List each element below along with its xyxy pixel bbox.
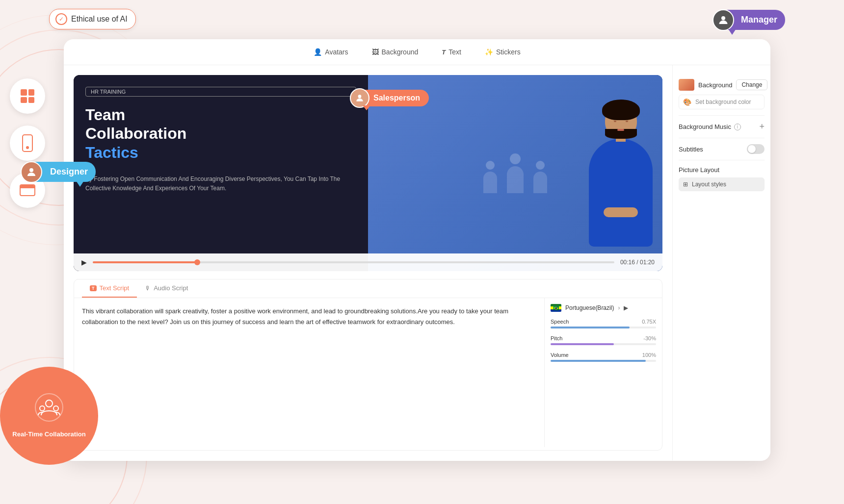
- info-icon: i: [734, 124, 741, 130]
- layout-styles-button[interactable]: ⊞ Layout styles: [679, 177, 765, 191]
- avatars-icon: 👤: [314, 48, 322, 56]
- nav-stickers[interactable]: ✨ Stickers: [481, 46, 525, 58]
- svg-point-1: [29, 168, 33, 172]
- volume-control: Volume 100%: [551, 352, 656, 362]
- progress-thumb: [194, 259, 200, 265]
- script-tabs: T Text Script 🎙 Audio Script: [74, 279, 662, 298]
- set-bg-color-label: Set background color: [695, 99, 751, 105]
- subtitles-label: Subtitles: [679, 146, 703, 153]
- salesperson-label: Salesperson: [353, 90, 429, 106]
- avatar-person: [589, 103, 653, 247]
- mobile-icon: [22, 134, 33, 152]
- bg-music-label: Background Music i: [679, 123, 741, 130]
- manager-bubble: Manager: [716, 10, 785, 30]
- svg-point-4: [40, 406, 45, 411]
- language-selector[interactable]: 🇧🇷 Portuguese(Brazil) › ▶: [551, 304, 656, 312]
- nav-text[interactable]: T Text: [438, 46, 465, 58]
- audio-script-icon: 🎙: [145, 285, 151, 292]
- toggle-thumb: [748, 145, 756, 153]
- salesperson-arrow: [363, 105, 370, 110]
- pitch-slider[interactable]: [551, 343, 656, 345]
- bg-thumbnail: [679, 79, 694, 91]
- tab-audio-label: Audio Script: [154, 284, 188, 292]
- video-title-tactics: Tactics: [85, 144, 138, 161]
- video-player: HR TRAINING Team Collaboration Tactics B…: [74, 75, 662, 271]
- svg-point-5: [53, 406, 58, 411]
- progress-fill: [93, 261, 197, 263]
- video-controls: ▶ 00:16 / 01:20: [74, 253, 662, 271]
- video-subtitle: By Fostering Open Communication And Enco…: [85, 175, 356, 193]
- designer-bubble: Designer: [25, 162, 96, 182]
- lang-flag: 🇧🇷: [551, 304, 561, 312]
- picture-layout-section: Picture Layout ⊞ Layout styles: [679, 160, 765, 197]
- right-panel: Background Change 🎨 Set background color…: [672, 65, 770, 460]
- collab-icon: [34, 393, 64, 427]
- salesperson-avatar: [350, 88, 369, 108]
- subtitles-section: Subtitles: [679, 138, 765, 160]
- layout-icon: ⊞: [683, 181, 688, 188]
- main-container: 👤 Avatars 🖼 Background T Text ✨ Stickers…: [64, 39, 770, 461]
- lang-play-btn[interactable]: ▶: [624, 304, 628, 311]
- nav-stickers-label: Stickers: [496, 48, 521, 56]
- stickers-nav-icon: ✨: [485, 48, 493, 56]
- lang-arrow-icon: ›: [618, 304, 620, 311]
- tab-text-script[interactable]: T Text Script: [82, 279, 137, 298]
- background-nav-icon: 🖼: [372, 48, 379, 56]
- designer-arrow: [76, 181, 84, 187]
- collab-label: Real-Time Collaboration: [12, 430, 85, 439]
- nav-background-label: Background: [382, 48, 419, 56]
- video-section: HR TRAINING Team Collaboration Tactics B…: [64, 65, 672, 460]
- video-title: Team Collaboration Tactics: [85, 105, 356, 162]
- ethical-badge: ✓ Ethical use of AI: [49, 9, 136, 29]
- manager-avatar: [712, 9, 734, 31]
- script-body: This vibrant collaboration will spark cr…: [74, 298, 544, 447]
- script-audio-panel: 🇧🇷 Portuguese(Brazil) › ▶ Speech 0.75X: [544, 298, 662, 447]
- svg-point-6: [358, 95, 362, 98]
- designer-label: Designer: [50, 167, 88, 177]
- nav-background[interactable]: 🖼 Background: [368, 46, 422, 58]
- manager-arrow: [728, 29, 736, 35]
- designer-avatar: [21, 161, 42, 183]
- windows-icon-circle: [10, 78, 45, 114]
- bg-change-row: Background Change: [679, 79, 765, 91]
- subtitles-toggle[interactable]: [747, 144, 765, 154]
- background-section: Background Change 🎨 Set background color: [679, 73, 765, 116]
- play-button[interactable]: ▶: [81, 258, 87, 266]
- pitch-control: Pitch -30%: [551, 335, 656, 345]
- color-picker-icon: 🎨: [683, 98, 691, 106]
- left-icons: [10, 78, 45, 208]
- windows-icon: [21, 89, 34, 103]
- ethical-icon: ✓: [55, 13, 67, 25]
- team-silhouettes: [483, 153, 547, 193]
- pitch-value: -30%: [643, 335, 656, 341]
- volume-value: 100%: [642, 352, 656, 358]
- browser-icon: [20, 184, 35, 196]
- speech-label: Speech: [551, 319, 569, 325]
- text-nav-icon: T: [442, 49, 446, 56]
- script-content: This vibrant collaboration will spark cr…: [74, 298, 662, 447]
- volume-label: Volume: [551, 352, 569, 358]
- mobile-icon-circle: [10, 126, 45, 161]
- speech-slider[interactable]: [551, 327, 656, 328]
- add-music-icon[interactable]: +: [759, 122, 765, 132]
- tab-text-label: Text Script: [100, 284, 130, 292]
- time-display: 00:16 / 01:20: [620, 259, 655, 266]
- volume-slider[interactable]: [551, 360, 656, 362]
- content-area: HR TRAINING Team Collaboration Tactics B…: [64, 65, 770, 460]
- tab-audio-script[interactable]: 🎙 Audio Script: [137, 279, 196, 298]
- change-button[interactable]: Change: [736, 79, 767, 90]
- picture-layout-label: Picture Layout: [679, 166, 765, 174]
- top-nav: 👤 Avatars 🖼 Background T Text ✨ Stickers: [64, 39, 770, 65]
- pitch-label: Pitch: [551, 335, 562, 341]
- video-left-panel: HR TRAINING Team Collaboration Tactics B…: [74, 75, 368, 271]
- progress-bar[interactable]: [93, 261, 614, 263]
- speech-value: 0.75X: [642, 319, 656, 325]
- nav-avatars[interactable]: 👤 Avatars: [310, 46, 352, 58]
- nav-avatars-label: Avatars: [325, 48, 348, 56]
- ethical-label: Ethical use of AI: [71, 15, 128, 24]
- set-bg-color-btn[interactable]: 🎨 Set background color: [679, 95, 765, 109]
- salesperson-text: Salesperson: [373, 94, 420, 102]
- manager-label: Manager: [741, 15, 777, 25]
- svg-point-0: [721, 16, 725, 20]
- svg-point-3: [46, 400, 53, 407]
